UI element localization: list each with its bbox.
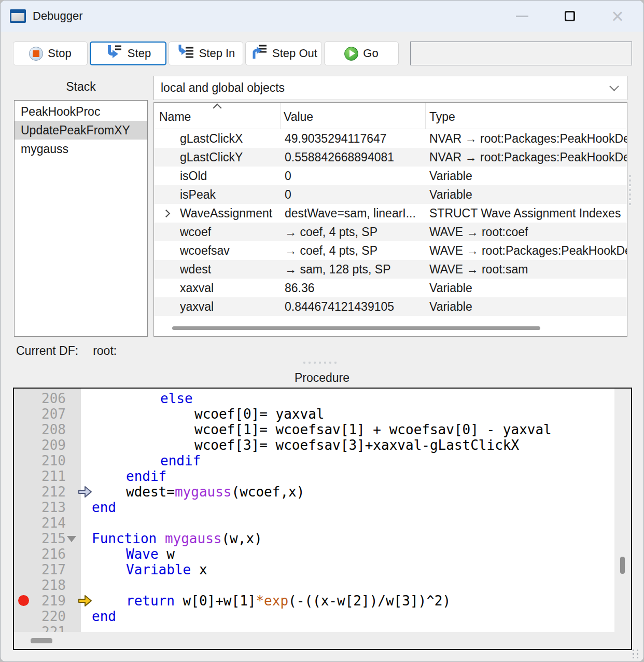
table-row[interactable]: wcoefsav→ coef, 4 pts, SPWAVE → root:Pac… <box>154 241 627 260</box>
stop-button[interactable]: Stop <box>13 42 88 65</box>
objects-table: NameValueType gLastClickX49.903529411764… <box>153 102 627 337</box>
code-line: 221 <box>14 624 614 632</box>
window-resize-grip[interactable] <box>633 650 639 658</box>
cell-name: yaxval <box>180 297 214 316</box>
go-button[interactable]: Go <box>324 42 399 65</box>
step-button-label: Step <box>128 47 151 60</box>
debugger-window: Debugger × Stop Step <box>0 0 644 662</box>
table-row[interactable]: isOld0Variable <box>154 167 627 185</box>
table-resize-grip[interactable] <box>629 175 631 205</box>
cell-name: WaveAssignment <box>180 204 272 223</box>
cell-value: 49.9035294117647 <box>285 129 387 148</box>
cell-type: Variable <box>429 297 472 316</box>
cell-type: Variable <box>429 279 472 297</box>
code-text: wcoef[1]= wcoefsav[1] + wcoefsav[0] - ya… <box>92 422 552 437</box>
code-line: 214 <box>14 515 614 531</box>
code-line: 207wcoef[0]= yaxval <box>14 406 614 422</box>
column-divider <box>280 103 281 129</box>
code-line: 216Wave w <box>14 546 614 562</box>
cell-value: → coef, 4 pts, SP <box>285 223 377 241</box>
code-line: 211endif <box>14 468 614 484</box>
stack-item[interactable]: UpdatePeakFromXY <box>15 121 147 140</box>
cell-type: STRUCT Wave Assignment Indexes <box>429 204 621 223</box>
cell-value: 0.844674121439105 <box>285 297 394 316</box>
line-number: 217 <box>14 562 66 577</box>
status-field <box>410 42 632 65</box>
step-button[interactable]: Step <box>90 42 166 65</box>
code-hscrollbar-thumb[interactable] <box>31 638 52 643</box>
go-button-label: Go <box>363 47 378 60</box>
objects-table-header: NameValueType <box>154 103 627 129</box>
minimize-button[interactable] <box>498 1 546 32</box>
cell-type: NVAR → root:Packages:PeakHookDe <box>429 129 627 148</box>
procedure-splitter-grip[interactable] <box>303 362 337 364</box>
step-out-button[interactable]: Step Out <box>245 42 322 65</box>
code-text: return w[0]+w[1]*exp(-((x-w[2])/w[3])^2) <box>92 593 451 609</box>
stack-label: Stack <box>14 80 148 94</box>
close-icon: × <box>611 6 623 26</box>
step-in-button[interactable]: Step In <box>169 42 243 65</box>
stack-item[interactable]: PeakHookProc <box>15 102 147 121</box>
procedure-editor: 206else207wcoef[0]= yaxval208wcoef[1]= w… <box>13 388 632 650</box>
code-hscrollbar[interactable] <box>14 632 631 649</box>
table-row[interactable]: wcoef→ coef, 4 pts, SPWAVE → root:coef <box>154 223 627 241</box>
stop-icon <box>29 47 43 61</box>
stack-item[interactable]: mygauss <box>15 140 147 158</box>
line-number: 211 <box>14 468 66 484</box>
line-number: 215 <box>14 531 66 546</box>
procedure-label: Procedure <box>1 371 643 385</box>
line-number: 216 <box>14 546 66 562</box>
line-number: 210 <box>14 453 66 468</box>
stop-button-label: Stop <box>48 47 71 60</box>
table-row[interactable]: WaveAssignmentdestWave=sam, linearI...ST… <box>154 204 627 223</box>
table-hscrollbar-thumb[interactable] <box>172 326 540 330</box>
code-text: end <box>92 609 116 624</box>
line-number: 218 <box>14 577 66 593</box>
maximize-icon <box>565 11 575 21</box>
objects-filter-dropdown[interactable]: local and global objects <box>153 76 627 100</box>
line-number: 213 <box>14 500 66 515</box>
table-row[interactable]: isPeak0Variable <box>154 185 627 204</box>
table-row[interactable]: gLastClickX49.9035294117647NVAR → root:P… <box>154 129 627 148</box>
step-out-icon <box>250 44 268 63</box>
column-header-value[interactable]: Value <box>284 110 313 124</box>
cell-value: 0.558842668894081 <box>285 148 394 167</box>
stack-list: PeakHookProcUpdatePeakFromXYmygauss <box>14 100 148 337</box>
expander-icon[interactable] <box>162 210 171 218</box>
column-divider <box>425 103 426 129</box>
current-df-value: root: <box>93 344 117 358</box>
cell-value: 0 <box>285 185 291 204</box>
column-header-name[interactable]: Name <box>159 110 191 124</box>
current-df-label: Current DF: <box>16 344 78 358</box>
collapse-triangle-icon[interactable] <box>67 536 76 542</box>
cell-name: wdest <box>180 260 211 279</box>
window-controls: × <box>498 1 641 32</box>
table-row[interactable]: yaxval0.844674121439105Variable <box>154 297 627 316</box>
cell-value: 0 <box>285 167 291 185</box>
code-vscrollbar-thumb[interactable] <box>620 557 625 574</box>
code-text: Wave w <box>92 546 175 562</box>
objects-table-body: gLastClickX49.9035294117647NVAR → root:P… <box>154 129 627 316</box>
step-in-icon <box>177 44 194 63</box>
cell-value: → sam, 128 pts, SP <box>285 260 391 279</box>
line-number: 219 <box>14 593 66 609</box>
maximize-button[interactable] <box>546 1 594 32</box>
step-in-button-label: Step In <box>199 47 235 60</box>
column-header-type[interactable]: Type <box>429 110 455 124</box>
table-row[interactable]: gLastClickY0.558842668894081NVAR → root:… <box>154 148 627 167</box>
app-window-icon <box>10 9 26 23</box>
line-number: 220 <box>14 609 66 624</box>
code-vscrollbar[interactable] <box>614 389 631 632</box>
table-row[interactable]: wdest→ sam, 128 pts, SPWAVE → root:sam <box>154 260 627 279</box>
cell-name: wcoefsav <box>180 241 230 260</box>
close-button[interactable]: × <box>594 1 641 32</box>
cell-type: NVAR → root:Packages:PeakHookDe <box>429 148 627 167</box>
objects-filter-value: local and global objects <box>161 81 285 95</box>
cell-name: wcoef <box>180 223 211 241</box>
window-title: Debugger <box>33 9 83 23</box>
minimize-icon <box>516 16 528 17</box>
code-lines: 206else207wcoef[0]= yaxval208wcoef[1]= w… <box>14 391 614 632</box>
titlebar: Debugger × <box>1 1 643 32</box>
step-out-button-label: Step Out <box>272 47 317 60</box>
table-row[interactable]: xaxval86.36Variable <box>154 279 627 297</box>
